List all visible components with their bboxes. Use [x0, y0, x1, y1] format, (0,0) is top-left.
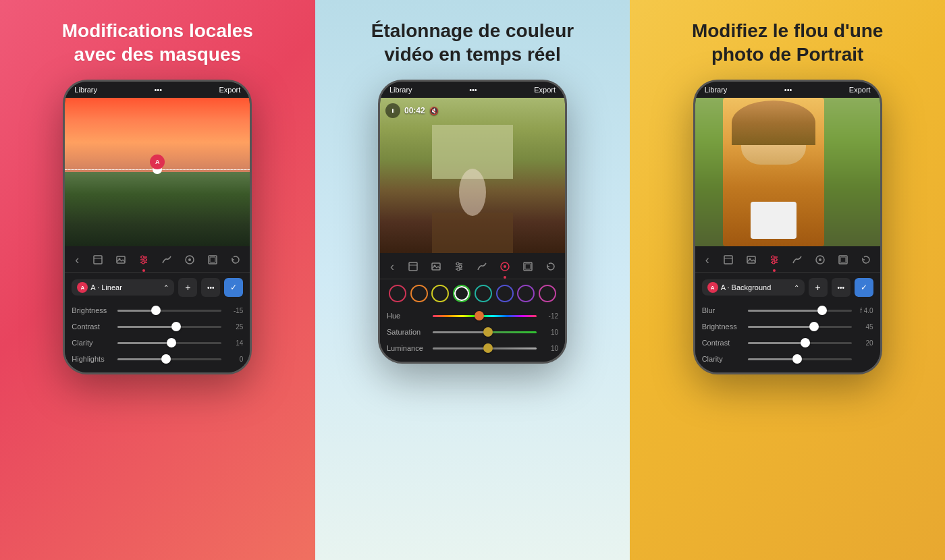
confirm-mask-btn-right[interactable]: ✓: [855, 278, 873, 297]
color-orange[interactable]: [410, 285, 428, 302]
color-magenta[interactable]: [539, 285, 556, 302]
color-picker-row: [380, 279, 565, 308]
slider-track-hue[interactable]: [433, 315, 537, 317]
video-time: 00:42: [404, 106, 425, 115]
back-button-left[interactable]: ‹: [68, 250, 86, 269]
curves-icon-right[interactable]: [788, 250, 807, 269]
history-icon-left[interactable]: [226, 250, 245, 269]
add-mask-btn-left[interactable]: +: [178, 278, 197, 297]
back-button-right[interactable]: ‹: [698, 250, 717, 269]
phone-middle-bottom: ‹: [380, 253, 565, 362]
panel-right: Modifiez le flou d'une photo de Portrait…: [630, 0, 945, 560]
phone-right: Library ••• Export ‹: [693, 80, 882, 374]
phone-left: Library ••• Export A: [63, 80, 252, 374]
slider-track-luminance[interactable]: [433, 347, 537, 349]
sliders-icon-left[interactable]: [134, 250, 153, 269]
add-mask-btn-right[interactable]: +: [809, 278, 828, 297]
svg-rect-18: [432, 213, 513, 253]
panel-left-title: Modifications locales avec des masques: [42, 0, 273, 80]
slider-luminance-middle: Luminance 10: [380, 340, 565, 356]
svg-point-14: [188, 258, 191, 261]
color-red[interactable]: [389, 285, 406, 302]
slider-highlights-left: Highlights 0: [65, 351, 250, 367]
phone-middle-toolbar: Library ••• Export: [380, 82, 565, 98]
slider-track-contrast-left[interactable]: [117, 326, 221, 328]
svg-point-45: [819, 258, 821, 261]
pause-icon[interactable]: ⏸: [385, 103, 400, 118]
slider-track-brightness-left[interactable]: [117, 310, 221, 312]
svg-point-42: [774, 258, 777, 261]
svg-point-27: [456, 262, 459, 265]
phone-right-toolbar: Library ••• Export: [695, 82, 880, 98]
svg-point-12: [142, 261, 144, 264]
color-blue[interactable]: [496, 285, 514, 302]
video-controls-overlay: ⏸ 00:42 🔇: [385, 103, 439, 118]
slider-track-saturation[interactable]: [433, 331, 537, 333]
crop-icon-left[interactable]: [88, 250, 107, 269]
phone-left-bottom: ‹: [65, 246, 250, 372]
crop-icon-middle[interactable]: [404, 257, 423, 276]
toolbar-left-export: Export: [219, 86, 241, 94]
mask-selector-row-left: A A · Linear ⌃ + ••• ✓: [65, 273, 250, 302]
colorwheel-icon-middle[interactable]: [495, 257, 514, 276]
confirm-mask-btn-left[interactable]: ✓: [224, 278, 243, 297]
curves-icon-middle[interactable]: [473, 257, 491, 276]
dance-figure-svg: [432, 125, 513, 253]
svg-rect-36: [747, 256, 755, 263]
color-green[interactable]: [453, 285, 470, 302]
forest-layer: [65, 172, 250, 246]
color-purple[interactable]: [517, 285, 535, 302]
colorwheel-icon-right[interactable]: [811, 250, 830, 269]
image-icon-middle[interactable]: [427, 257, 446, 276]
sliders-icon-middle[interactable]: [450, 257, 468, 276]
slider-brightness-right: Brightness 45: [695, 318, 880, 335]
mask-selector-left[interactable]: A A · Linear ⌃: [72, 279, 174, 296]
slider-track-contrast-right[interactable]: [748, 342, 852, 344]
color-teal[interactable]: [475, 285, 492, 302]
mute-icon[interactable]: 🔇: [429, 107, 439, 115]
svg-point-28: [459, 265, 462, 268]
slider-saturation-middle: Saturation 10: [380, 324, 565, 340]
svg-rect-22: [432, 263, 440, 270]
more-mask-btn-right[interactable]: •••: [832, 278, 850, 297]
mask-chevron-right: ⌃: [794, 284, 799, 291]
slider-hue-middle: Hue -12: [380, 308, 565, 324]
toolbar-right-library: Library: [705, 86, 728, 94]
phone-right-image: [695, 98, 880, 246]
toolbar-left-dots: •••: [154, 86, 162, 94]
slider-brightness-left: Brightness -15: [65, 302, 250, 318]
svg-point-10: [141, 256, 144, 258]
slider-track-brightness-right[interactable]: [748, 326, 852, 328]
frame-icon-right[interactable]: [834, 250, 853, 269]
slider-track-blur[interactable]: [748, 310, 852, 312]
frame-icon-middle[interactable]: [518, 257, 537, 276]
toolbar-right-export: Export: [849, 86, 871, 94]
svg-point-11: [144, 258, 146, 261]
history-icon-middle[interactable]: [541, 257, 560, 276]
image-icon-right[interactable]: [742, 250, 761, 269]
colorwheel-icon-left[interactable]: [180, 250, 199, 269]
history-icon-right[interactable]: [857, 250, 875, 269]
more-mask-btn-left[interactable]: •••: [201, 278, 220, 297]
svg-point-31: [504, 265, 506, 268]
slider-track-highlights-left[interactable]: [117, 358, 221, 360]
phone-left-image: A: [65, 98, 250, 246]
slider-clarity-right: Clarity: [695, 351, 880, 367]
back-button-middle[interactable]: ‹: [383, 257, 402, 276]
slider-track-clarity-left[interactable]: [117, 342, 221, 344]
svg-rect-20: [409, 262, 417, 271]
sliders-icon-right[interactable]: [765, 250, 784, 269]
slider-track-clarity-right[interactable]: [748, 358, 852, 360]
image-icon-left[interactable]: [111, 250, 130, 269]
phone-middle-image: ⏸ 00:42 🔇: [380, 98, 565, 253]
color-yellow[interactable]: [431, 285, 449, 302]
phone-middle: Library ••• Export ⏸: [378, 80, 567, 364]
mask-badge-small-right: A: [707, 282, 718, 293]
svg-point-19: [459, 169, 486, 216]
curves-icon-left[interactable]: [157, 250, 176, 269]
mask-selector-right[interactable]: A A · Background ⌃: [702, 279, 805, 296]
toolbar-middle-library: Library: [389, 86, 412, 94]
frame-icon-left[interactable]: [203, 250, 222, 269]
crop-icon-right[interactable]: [719, 250, 738, 269]
svg-rect-16: [210, 257, 215, 262]
